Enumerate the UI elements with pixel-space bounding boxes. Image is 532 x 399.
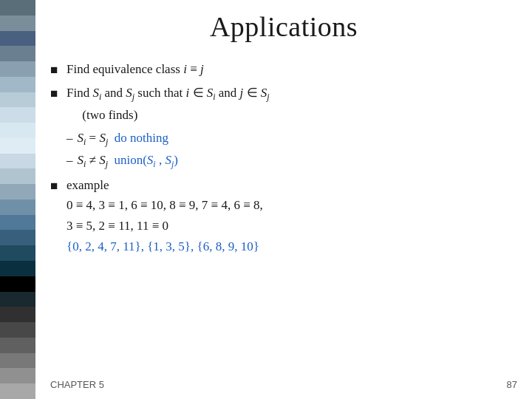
content-area: ■ Find equivalence class i ≡ j ■ Find Si…	[50, 59, 517, 376]
sub-action-2: union(Si , Sj)	[114, 150, 177, 171]
sidebar-color-block	[0, 123, 35, 138]
sidebar-color-block	[0, 383, 35, 399]
sidebar-color-block	[0, 107, 35, 123]
example-content: example 0 ≡ 4, 3 ≡ 1, 6 ≡ 10, 8 ≡ 9, 7 ≡…	[66, 175, 517, 257]
sidebar-color-block	[0, 154, 35, 169]
page-title: Applications	[50, 10, 517, 43]
bullet-symbol-2: ■	[50, 83, 66, 103]
bullet-text-1: Find equivalence class i ≡ j	[66, 59, 517, 79]
sidebar-color-block	[0, 77, 35, 92]
bullet-item-2: ■ Find Si and Sj such that i ∈ Si and j …	[50, 83, 517, 125]
example-line-2: 3 ≡ 5, 2 ≡ 11, 11 ≡ 0	[66, 219, 168, 233]
chapter-label: CHAPTER 5	[50, 379, 104, 390]
example-bullet-symbol: ■	[50, 175, 66, 196]
sidebar-color-block	[0, 61, 35, 77]
sidebar-color-block	[0, 16, 35, 31]
sidebar	[0, 0, 35, 399]
bullet-symbol-1: ■	[50, 59, 66, 80]
example-label: example	[66, 178, 109, 192]
sub-dash-2: –	[66, 150, 73, 170]
sidebar-color-block	[0, 168, 35, 184]
sidebar-color-block	[0, 276, 35, 292]
sidebar-color-block	[0, 261, 35, 276]
sub-item-1: – Si = Sj do nothing	[66, 128, 517, 149]
sidebar-color-block	[0, 292, 35, 307]
sidebar-color-block	[0, 31, 35, 47]
sidebar-color-block	[0, 322, 35, 338]
sidebar-color-block	[0, 184, 35, 200]
sidebar-color-block	[0, 245, 35, 261]
sidebar-color-block	[0, 215, 35, 231]
bullet-text-2: Find Si and Sj such that i ∈ Si and j ∈ …	[66, 83, 517, 125]
example-bullet-item: ■ example 0 ≡ 4, 3 ≡ 1, 6 ≡ 10, 8 ≡ 9, 7…	[50, 175, 517, 257]
sidebar-color-block	[0, 230, 35, 245]
example-line-3: {0, 2, 4, 7, 11}, {1, 3, 5}, {6, 8, 9, 1…	[66, 239, 259, 253]
sidebar-color-block	[0, 0, 35, 16]
footer: CHAPTER 5 87	[50, 376, 517, 392]
sidebar-color-block	[0, 138, 35, 154]
bullet-item-1: ■ Find equivalence class i ≡ j	[50, 59, 517, 80]
sidebar-color-block	[0, 46, 35, 61]
sidebar-color-block	[0, 200, 35, 215]
sub-dash-1: –	[66, 128, 73, 148]
page-number: 87	[507, 379, 517, 390]
sub-items: – Si = Sj do nothing – Si ≠ Sj union(Si …	[66, 128, 517, 172]
sub-condition-2: Si ≠ Sj	[78, 150, 108, 171]
sidebar-color-block	[0, 307, 35, 322]
sub-condition-1: Si = Sj	[78, 128, 109, 149]
example-line-1: 0 ≡ 4, 3 ≡ 1, 6 ≡ 10, 8 ≡ 9, 7 ≡ 4, 6 ≡ …	[66, 198, 263, 212]
main-content: Applications ■ Find equivalence class i …	[35, 0, 532, 399]
sub-item-2: – Si ≠ Sj union(Si , Sj)	[66, 150, 517, 171]
sidebar-color-block	[0, 368, 35, 383]
sidebar-color-block	[0, 92, 35, 108]
sidebar-color-block	[0, 353, 35, 369]
sub-action-1: do nothing	[115, 128, 168, 148]
sidebar-color-block	[0, 338, 35, 353]
